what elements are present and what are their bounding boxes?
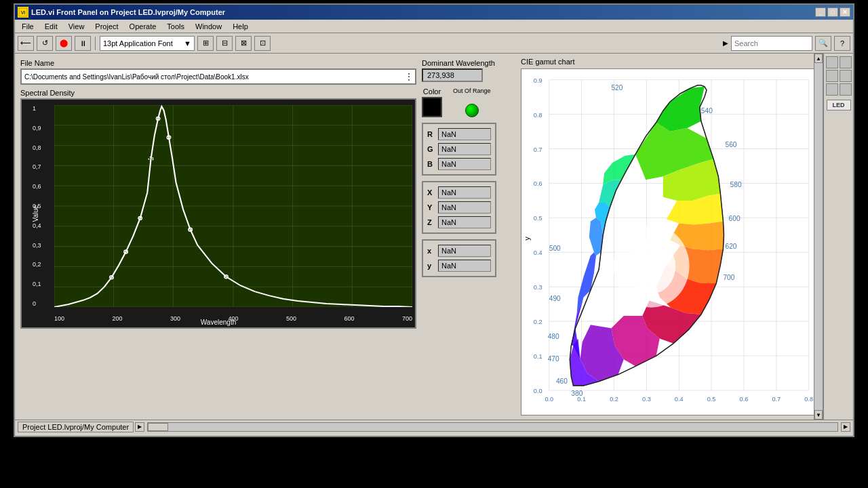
scroll-up-button[interactable]: ▲ <box>814 54 823 63</box>
pause-button[interactable]: ⏸ <box>75 36 91 51</box>
xyz-data-box: X NaN Y NaN Z NaN <box>422 181 496 234</box>
x-value: NaN <box>438 186 491 199</box>
grid-icon-4[interactable] <box>840 70 852 82</box>
run-button[interactable]: ↺ <box>37 36 53 51</box>
y-tick-8: 0,8 <box>33 144 41 151</box>
menu-window[interactable]: Window <box>191 21 226 32</box>
bottom-scrollbar[interactable] <box>147 422 838 432</box>
xy-data-box: x NaN y NaN <box>422 239 496 277</box>
resize-button[interactable]: ⊠ <box>235 36 252 51</box>
svg-text:0.7: 0.7 <box>534 146 542 153</box>
file-name-label: File Name <box>20 59 416 67</box>
x-tick-600: 600 <box>344 315 354 322</box>
close-button[interactable]: ✕ <box>840 7 850 17</box>
file-path-value: C:\Documents and Settings\IvanLis\Рабочи… <box>24 73 249 81</box>
app-icon: VI <box>18 7 28 18</box>
reorder-button[interactable]: ⊡ <box>254 36 271 51</box>
wl-490: 490 <box>549 295 561 302</box>
menu-view[interactable]: View <box>64 21 89 32</box>
icon-grid <box>826 56 852 96</box>
cie-chart-svg: 0.9 0.8 0.7 0.6 0.5 0.4 0.3 0.2 0.1 0.0 … <box>521 69 818 415</box>
y-tick-6: 0,6 <box>33 183 41 190</box>
wl-580: 580 <box>730 181 742 188</box>
center-data-panel: Dominant Wavelength 273,938 Color Out Of… <box>422 59 510 277</box>
svg-text:0.0: 0.0 <box>545 396 553 403</box>
spectral-density-chart: Value 0 0,1 0,2 0,3 0,4 0,5 0,6 0,7 0,8 … <box>20 98 416 329</box>
y-value: NaN <box>438 201 491 214</box>
menu-help[interactable]: Help <box>229 21 252 32</box>
svg-text:0.5: 0.5 <box>707 396 716 403</box>
help-button[interactable]: ? <box>834 36 850 51</box>
align-button[interactable]: ⊞ <box>197 36 214 51</box>
y-axis-ticks: 0 0,1 0,2 0,3 0,4 0,5 0,6 0,7 0,8 0,9 1 <box>33 105 41 307</box>
x-tick-200: 200 <box>112 315 122 322</box>
menu-project[interactable]: Project <box>91 21 122 32</box>
y-tick-4: 0,4 <box>33 222 41 229</box>
svg-text:0.2: 0.2 <box>610 396 618 403</box>
svg-text:0.2: 0.2 <box>534 319 542 325</box>
file-browse-button[interactable]: ⋮ <box>404 71 414 82</box>
menu-edit[interactable]: Edit <box>41 21 62 32</box>
toolbar: ⟵ ↺ ⬤ ⏸ 13pt Application Font ▼ ⊞ ⊟ ⊠ ⊡ … <box>15 33 853 54</box>
xy-y-value: NaN <box>438 260 491 272</box>
g-label: G <box>427 145 435 153</box>
toolbar-arrow: ▶ <box>723 39 728 47</box>
search-icon[interactable]: 🔍 <box>815 36 831 51</box>
b-label: B <box>427 160 435 168</box>
wl-380: 380 <box>571 390 583 397</box>
menu-tools[interactable]: Tools <box>163 21 189 32</box>
svg-text:0.7: 0.7 <box>772 396 781 403</box>
search-input[interactable] <box>731 36 812 51</box>
cie-chart-title: CIE gamut chart <box>521 58 819 66</box>
wl-560: 560 <box>725 141 736 148</box>
grid-icon-1[interactable] <box>826 56 838 68</box>
grid-icon-3[interactable] <box>826 70 838 82</box>
toolbar-right: ▶ 🔍 ? <box>723 36 850 51</box>
y-row: Y NaN <box>427 201 491 214</box>
maximize-button[interactable]: □ <box>827 7 838 17</box>
scroll-down-button[interactable]: ▼ <box>814 410 823 420</box>
y-label: Y <box>427 203 435 211</box>
xy-y-label: y <box>427 262 435 270</box>
wl-500: 500 <box>549 245 561 252</box>
dropdown-arrow: ▼ <box>184 39 191 47</box>
stop-button[interactable]: ⬤ <box>56 36 72 51</box>
color-label: Color <box>423 87 441 96</box>
svg-text:0.3: 0.3 <box>534 284 542 291</box>
svg-text:0.1: 0.1 <box>534 353 542 360</box>
y-tick-2: 0,2 <box>33 261 41 268</box>
menu-bar: File Edit View Project Operate Tools Win… <box>15 20 853 33</box>
project-arrow[interactable]: ▶ <box>135 422 144 432</box>
dominant-wavelength-label: Dominant Wavelength <box>422 59 510 67</box>
font-selector[interactable]: 13pt Application Font ▼ <box>100 36 195 51</box>
y-tick-10: 1 <box>33 105 41 112</box>
wl-620: 620 <box>725 243 736 250</box>
svg-text:0.5: 0.5 <box>534 215 542 222</box>
y-tick-3: 0,3 <box>33 242 41 249</box>
minimize-button[interactable]: _ <box>815 7 826 17</box>
svg-text:0.3: 0.3 <box>642 396 651 403</box>
x-tick-700: 700 <box>402 315 412 322</box>
x-tick-500: 500 <box>286 315 296 322</box>
grid-icon-6[interactable] <box>840 83 852 96</box>
dominant-wavelength-value: 273,938 <box>422 68 483 82</box>
x-tick-300: 300 <box>170 315 180 322</box>
svg-text:0.6: 0.6 <box>534 180 542 187</box>
vertical-scrollbar[interactable]: ▲ ▼ <box>814 54 823 420</box>
run-back-button[interactable]: ⟵ <box>18 36 34 51</box>
menu-file[interactable]: File <box>18 21 38 32</box>
scroll-right-button[interactable]: ▶ <box>841 422 850 432</box>
xy-x-label: x <box>427 247 435 255</box>
grid-icon-2[interactable] <box>840 56 852 68</box>
svg-point-86 <box>627 239 675 293</box>
title-bar: VI LED.vi Front Panel on Project LED.lvp… <box>15 5 853 20</box>
g-value: NaN <box>438 143 491 155</box>
cie-gamut-section: CIE gamut chart <box>517 54 823 420</box>
svg-text:0.6: 0.6 <box>740 396 749 403</box>
xy-x-value: NaN <box>438 245 491 257</box>
menu-operate[interactable]: Operate <box>125 21 161 32</box>
distribute-button[interactable]: ⊟ <box>216 36 233 51</box>
grid-icon-5[interactable] <box>826 83 838 96</box>
r-label: R <box>427 130 435 138</box>
y-tick-5: 0,5 <box>33 203 41 209</box>
